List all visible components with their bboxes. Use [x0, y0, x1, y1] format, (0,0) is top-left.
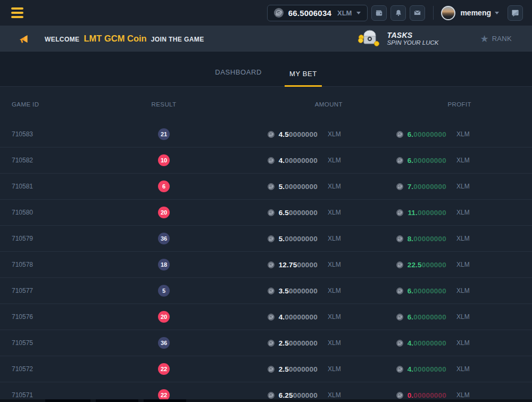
- messages-button[interactable]: [410, 5, 425, 21]
- currency-label: XLM: [328, 313, 343, 321]
- table-row[interactable]: 710578 18 12.7500000 XLM 22.5000000 XLM: [0, 252, 532, 278]
- currency-label: XLM: [456, 261, 471, 268]
- currency-label: XLM: [456, 157, 471, 164]
- xlm-coin-icon: [268, 261, 275, 268]
- notifications-button[interactable]: [390, 5, 406, 21]
- profit-value: 11.: [408, 209, 418, 217]
- bet-table: GAME ID RESULT AMOUNT PROFIT 710583 21 4…: [0, 87, 532, 402]
- amount-zeros: 00000000: [285, 183, 318, 191]
- profit-value: 8.: [408, 235, 414, 243]
- megaphone-icon: [18, 33, 30, 45]
- amount-value: 5.: [279, 235, 285, 243]
- table-row[interactable]: 710572 22 2.50000000 XLM 4.00000000 XLM: [0, 356, 532, 382]
- game-id: 710579: [0, 235, 146, 242]
- result-badge: 5: [158, 285, 170, 297]
- profit-value: 7.: [408, 183, 414, 191]
- table-row[interactable]: 710579 36 5.00000000 XLM 8.00000000 XLM: [0, 226, 532, 252]
- amount-zeros: 0000000: [289, 287, 318, 295]
- xlm-coin-icon: [268, 209, 275, 216]
- xlm-coin-icon: [268, 183, 275, 190]
- avatar[interactable]: [441, 6, 455, 20]
- profit-value: 22.5: [408, 261, 422, 269]
- tasks-widget[interactable]: TASKS SPIN YOUR LUCK: [358, 28, 439, 50]
- result-cell: 18: [146, 259, 181, 270]
- join-label: JOIN THE GAME: [151, 36, 204, 43]
- xlm-coin-icon: [396, 366, 403, 373]
- coin-name: LMT GCM Coin: [84, 34, 146, 44]
- tab-dashboard[interactable]: DASHBOARD: [210, 68, 267, 87]
- profit-cell: 0.00000000 XLM: [343, 391, 471, 399]
- profit-value: 6.: [408, 130, 414, 138]
- profit-zeros: 00000000: [413, 157, 446, 165]
- result-cell: 20: [146, 207, 181, 218]
- result-cell: 5: [146, 285, 181, 297]
- profit-cell: 6.00000000 XLM: [343, 287, 471, 295]
- table-row[interactable]: 710576 20 4.00000000 XLM 6.00000000 XLM: [0, 304, 532, 330]
- currency-label: XLM: [328, 261, 343, 268]
- currency-label: XLM: [328, 391, 343, 399]
- currency-label: XLM: [456, 313, 471, 321]
- game-id: 710578: [0, 261, 146, 268]
- balance-selector[interactable]: 66.5006034 XLM: [267, 5, 368, 21]
- result-badge: 6: [158, 181, 170, 192]
- xlm-coin-icon: [268, 235, 275, 242]
- banner-text: WELCOME LMT GCM Coin JOIN THE GAME: [45, 34, 204, 44]
- game-id: 710571: [0, 391, 146, 399]
- amount-value: 3.5: [279, 287, 289, 295]
- currency-label: XLM: [456, 339, 471, 347]
- xlm-coin-icon: [268, 340, 275, 347]
- header-result: RESULT: [146, 101, 181, 108]
- profit-zeros: 00000000: [413, 130, 446, 138]
- amount-zeros: 00000000: [285, 157, 318, 165]
- amount-zeros: 0000000: [289, 209, 318, 217]
- result-cell: 20: [146, 311, 181, 323]
- result-badge: 20: [158, 311, 170, 323]
- xlm-coin-icon: [396, 183, 403, 190]
- table-row[interactable]: 710575 36 2.50000000 XLM 4.00000000 XLM: [0, 330, 532, 356]
- table-row[interactable]: 710583 21 4.50000000 XLM 6.00000000 XLM: [0, 121, 532, 147]
- currency-label: XLM: [456, 130, 471, 138]
- xlm-coin-icon: [274, 8, 284, 18]
- topbar-right: 66.5006034 XLM: [267, 5, 523, 21]
- amount-zeros: 0000000: [289, 130, 318, 138]
- profit-zeros: 00000000: [413, 391, 446, 399]
- profit-zeros: 00000000: [413, 287, 446, 295]
- wallet-button[interactable]: [371, 5, 387, 21]
- profit-zeros: 0000000: [418, 209, 446, 217]
- profit-cell: 6.00000000 XLM: [343, 157, 471, 165]
- table-row[interactable]: 710577 5 3.50000000 XLM 6.00000000 XLM: [0, 278, 532, 304]
- rank-widget[interactable]: ★ RANK: [480, 34, 512, 44]
- amount-zeros: 00000000: [285, 235, 318, 243]
- xlm-coin-icon: [396, 209, 403, 216]
- profit-cell: 11.0000000 XLM: [343, 209, 471, 217]
- table-row[interactable]: 710581 6 5.00000000 XLM 7.00000000 XLM: [0, 174, 532, 200]
- welcome-label: WELCOME: [45, 36, 79, 43]
- table-row[interactable]: 710580 20 6.50000000 XLM 11.0000000 XLM: [0, 200, 532, 226]
- amount-value: 6.5: [279, 209, 289, 217]
- xlm-coin-icon: [396, 340, 403, 347]
- profit-zeros: 000000: [422, 261, 446, 269]
- profit-cell: 8.00000000 XLM: [343, 235, 471, 243]
- menu-icon[interactable]: [11, 7, 23, 18]
- amount-value: 2.5: [279, 339, 289, 347]
- amount-zeros: 000000: [293, 391, 318, 399]
- amount-cell: 2.50000000 XLM: [181, 365, 343, 373]
- strip-segment: [96, 399, 138, 402]
- star-icon: ★: [480, 34, 489, 44]
- profit-cell: 22.5000000 XLM: [343, 261, 471, 269]
- tab-my-bet[interactable]: MY BET: [285, 70, 322, 87]
- profit-zeros: 00000000: [413, 313, 446, 321]
- result-cell: 6: [146, 181, 181, 192]
- amount-cell: 3.50000000 XLM: [181, 287, 343, 295]
- table-row[interactable]: 710582 10 4.00000000 XLM 6.00000000 XLM: [0, 147, 532, 174]
- currency-label: XLM: [328, 287, 343, 294]
- chevron-down-icon[interactable]: [495, 12, 499, 14]
- currency-label: XLM: [456, 183, 471, 190]
- amount-value: 5.: [279, 183, 285, 191]
- xlm-coin-icon: [268, 392, 275, 399]
- amount-zeros: 0000000: [289, 365, 318, 373]
- chat-button[interactable]: [508, 5, 523, 21]
- top-bar: 66.5006034 XLM: [0, 0, 532, 26]
- username[interactable]: memeng: [460, 9, 491, 17]
- profit-zeros: 00000000: [413, 365, 446, 373]
